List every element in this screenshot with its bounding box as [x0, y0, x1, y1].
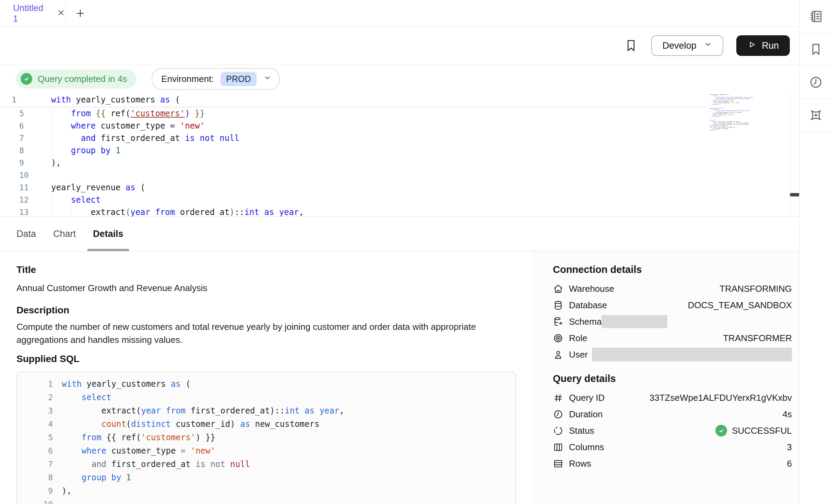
columns-icon [553, 442, 563, 453]
editor-sticky-line: 1with yearly_customers as ( [0, 93, 706, 107]
row-label: Role [569, 333, 587, 344]
environment-label: Environment: [161, 74, 214, 84]
editor-scrollbar-thumb[interactable] [790, 193, 799, 196]
code-editor[interactable]: 5 from {{ ref('customers') }}6 where cus… [0, 93, 799, 217]
line-number: 12 [0, 195, 36, 204]
new-tab-button[interactable] [66, 0, 95, 26]
line-number: 8 [17, 473, 53, 482]
editor-minimap[interactable]: with yearly_customers as ( select extrac… [710, 94, 753, 131]
role-icon [553, 333, 563, 344]
line-number: 1 [0, 95, 36, 104]
status-row: Query completed in 4s Environment: PROD [0, 65, 799, 93]
line-number: 8 [0, 146, 36, 155]
rail-button-notebook[interactable] [800, 0, 832, 33]
toolbar: Develop Run [0, 26, 799, 65]
line-number: 4 [17, 420, 53, 429]
supplied-sql-line: 3 extract(year from first_ordered_at)::i… [17, 404, 515, 417]
detail-row-database: DatabaseDOCS_TEAM_SANDBOX [553, 297, 792, 313]
line-number: 3 [17, 406, 53, 415]
row-value: DOCS_TEAM_SANDBOX [688, 300, 792, 311]
row-label: Columns [569, 442, 604, 453]
editor-line: 11yearly_revenue as ( [0, 181, 789, 194]
history-icon [809, 75, 823, 89]
line-number: 11 [0, 183, 36, 192]
query-details-heading: Query details [553, 372, 792, 385]
sql-ide-window: Untitled 1 Develop Run Query completed i… [0, 0, 832, 504]
editor-line: 10 [0, 169, 789, 181]
hash-icon [553, 393, 563, 403]
description-heading: Description [16, 304, 516, 316]
line-number: 6 [17, 446, 53, 455]
line-number: 2 [17, 393, 53, 402]
chevron-down-icon [704, 40, 712, 49]
run-button[interactable]: Run [736, 35, 790, 56]
row-value: SUCCESSFUL [715, 425, 792, 436]
environment-select[interactable]: Environment: PROD [152, 68, 280, 90]
rail-button-bookmarks[interactable] [800, 33, 832, 66]
row-label: Rows [569, 458, 591, 469]
detail-row-user: User [553, 346, 792, 363]
close-tab-button[interactable] [57, 8, 66, 19]
title-heading: Title [16, 264, 516, 276]
success-check-badge [21, 73, 32, 85]
connection-details-heading: Connection details [553, 263, 792, 276]
supplied-sql-line: 5 from {{ ref('customers') }} [17, 431, 515, 444]
close-icon [57, 8, 66, 17]
lineage-icon [809, 108, 823, 122]
supplied-sql-line: 10 [17, 497, 515, 504]
develop-dropdown-button[interactable]: Develop [651, 35, 723, 56]
line-number: 9 [17, 487, 53, 495]
line-number: 5 [17, 433, 53, 442]
supplied-sql-line: 1with yearly_customers as ( [17, 377, 515, 391]
description-value: Compute the number of new customers and … [16, 320, 517, 346]
line-number: 6 [0, 121, 36, 130]
user-icon [553, 349, 563, 360]
detail-row-query-id: Query ID33TZseWpe1ALFDUYerxR1gVKxbv [553, 389, 792, 406]
row-value: 3 [787, 442, 792, 453]
rail-button-lineage[interactable] [800, 99, 832, 132]
bookmark-icon [624, 38, 638, 53]
right-rail [799, 0, 832, 504]
editor-line: 9), [0, 157, 789, 169]
detail-row-warehouse: WarehouseTRANSFORMING [553, 280, 792, 297]
results-tab-data[interactable]: Data [16, 217, 36, 251]
row-label: User [569, 349, 588, 360]
document-tab-label: Untitled 1 [13, 3, 49, 24]
results-tab-chart[interactable]: Chart [53, 217, 76, 251]
supplied-sql-line: 9), [17, 484, 515, 497]
line-number: 5 [0, 109, 36, 118]
detail-row-role: RoleTRANSFORMER [553, 330, 792, 346]
query-details-rows: Query ID33TZseWpe1ALFDUYerxR1gVKxbv Dura… [553, 389, 792, 472]
supplied-sql-line: 6 where customer_type = 'new' [17, 444, 515, 457]
bookmark-button[interactable] [624, 38, 638, 53]
row-value: 4s [783, 409, 792, 420]
detail-row-schema: Schema [553, 313, 792, 330]
row-label: Status [569, 425, 594, 436]
detail-row-status: StatusSUCCESSFUL [553, 422, 792, 439]
results-tab-details[interactable]: Details [93, 217, 123, 251]
redacted-value [592, 348, 792, 361]
environment-value-pill: PROD [221, 72, 256, 86]
editor-line: 13 extract(year from ordered_at)::int as… [0, 206, 789, 217]
supplied-sql-line: 8 group by 1 [17, 471, 515, 484]
detail-row-duration: Duration4s [553, 406, 792, 422]
line-number: 13 [0, 208, 36, 217]
row-value: TRANSFORMING [720, 284, 792, 294]
main-area: Untitled 1 Develop Run Query completed i… [0, 0, 799, 504]
detail-row-rows: Rows6 [553, 455, 792, 472]
supplied-sql-line: 2 select [17, 391, 515, 404]
success-check-badge [715, 425, 727, 436]
line-number: 1 [17, 380, 53, 388]
schema-icon [553, 316, 563, 327]
warehouse-icon [553, 284, 563, 294]
row-value: 6 [787, 458, 792, 469]
detail-row-columns: Columns3 [553, 439, 792, 455]
rail-button-history[interactable] [800, 66, 832, 99]
redacted-value [602, 315, 667, 328]
title-value: Annual Customer Growth and Revenue Analy… [16, 283, 516, 293]
bookmark-icon [809, 42, 823, 57]
row-label: Duration [569, 409, 603, 420]
document-tab-untitled-1[interactable]: Untitled 1 [0, 0, 66, 26]
line-number: 10 [17, 500, 53, 504]
chevron-down-icon [263, 74, 272, 82]
